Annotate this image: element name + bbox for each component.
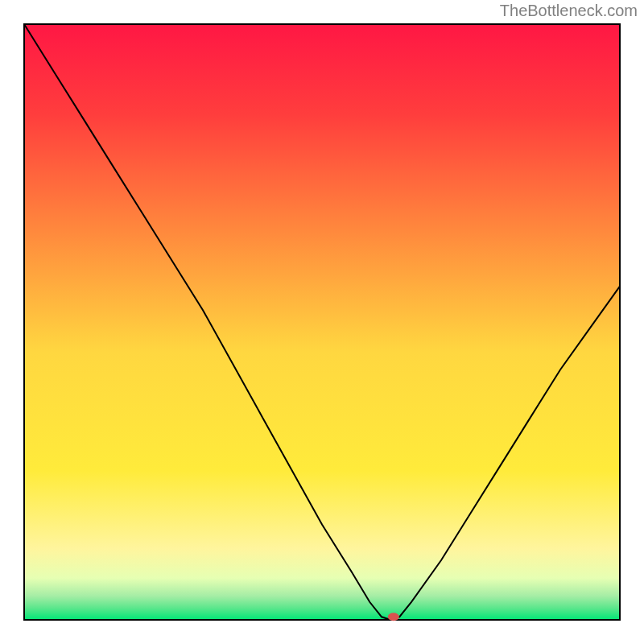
plot-background	[24, 24, 620, 620]
watermark-text: TheBottleneck.com	[500, 2, 638, 20]
optimal-point-marker	[388, 613, 399, 621]
chart-svg	[0, 0, 644, 644]
bottleneck-chart: TheBottleneck.com	[0, 0, 644, 644]
